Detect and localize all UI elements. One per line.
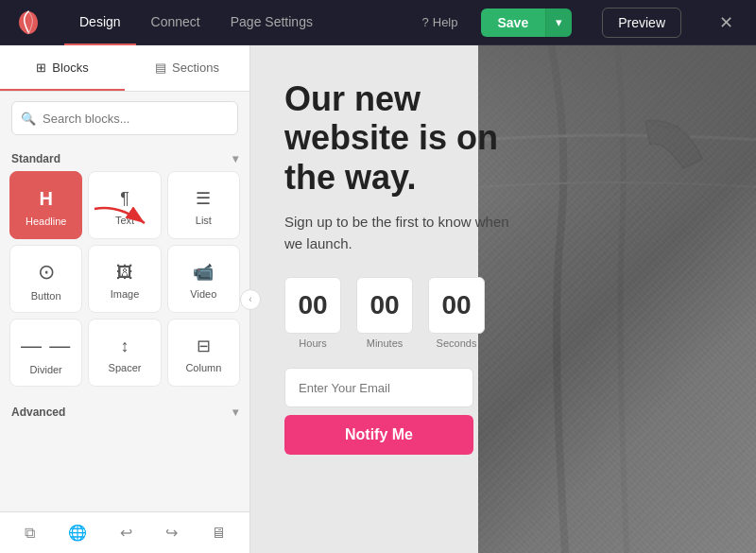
- sections-icon: ▤: [155, 60, 166, 75]
- standard-chevron-icon[interactable]: ▾: [232, 152, 238, 165]
- video-icon: 📹: [193, 262, 214, 283]
- main-layout: ⊞ Blocks ▤ Sections 🔍 Standard ▾ H: [0, 45, 756, 553]
- search-bar: 🔍: [0, 92, 249, 145]
- layers-icon[interactable]: ⧉: [19, 519, 41, 547]
- hours-label: Hours: [299, 337, 326, 349]
- column-icon: ⊟: [197, 336, 211, 356]
- close-button[interactable]: ✕: [712, 9, 741, 37]
- minutes-label: Minutes: [367, 337, 404, 349]
- block-text[interactable]: ¶ Text: [88, 171, 161, 239]
- content-overlay: Our new website is on the way. Sign up t…: [250, 45, 528, 455]
- text-icon: ¶: [120, 189, 129, 209]
- block-button[interactable]: ⊙ Button: [9, 245, 82, 313]
- email-section: Notify Me: [284, 368, 528, 455]
- standard-section-label: Standard ▾: [0, 145, 249, 171]
- block-divider[interactable]: — — Divider: [9, 319, 82, 387]
- left-panel: ⊞ Blocks ▤ Sections 🔍 Standard ▾ H: [0, 45, 250, 553]
- countdown-minutes: 00 Minutes: [356, 277, 413, 349]
- save-button[interactable]: Save: [481, 9, 546, 37]
- block-list[interactable]: ☰ List: [167, 171, 240, 239]
- blocks-icon: ⊞: [36, 60, 46, 75]
- panel-collapse-handle[interactable]: ‹: [240, 289, 261, 310]
- undo-icon[interactable]: ↩: [114, 518, 138, 547]
- top-nav: Design Connect Page Settings ? Help Save…: [0, 0, 756, 45]
- seconds-label: Seconds: [437, 337, 477, 349]
- block-video[interactable]: 📹 Video: [167, 245, 240, 313]
- spacer-icon: ↕: [120, 337, 129, 356]
- tab-sections[interactable]: ▤ Sections: [125, 45, 249, 91]
- email-input[interactable]: [284, 368, 473, 407]
- preview-button[interactable]: Preview: [602, 8, 681, 38]
- block-headline[interactable]: H Headline: [9, 171, 82, 239]
- countdown-section: 00 Hours 00 Minutes 00 Seconds: [284, 277, 528, 349]
- block-image[interactable]: 🖼 Image: [88, 245, 161, 313]
- nav-tab-page-settings[interactable]: Page Settings: [215, 0, 328, 45]
- headline-icon: H: [39, 188, 52, 210]
- search-icon: 🔍: [21, 112, 36, 126]
- bottom-toolbar: ⧉ 🌐 ↩ ↪ 🖥: [0, 511, 249, 553]
- panel-tabs: ⊞ Blocks ▤ Sections: [0, 45, 249, 92]
- save-dropdown-button[interactable]: ▾: [545, 9, 572, 37]
- page-headline: Our new website is on the way.: [284, 79, 528, 197]
- list-icon: ☰: [196, 188, 211, 209]
- logo-icon: [15, 9, 42, 36]
- advanced-chevron-icon[interactable]: ▾: [232, 406, 238, 419]
- search-input[interactable]: [11, 101, 238, 135]
- notify-button[interactable]: Notify Me: [284, 415, 473, 455]
- minutes-box: 00: [356, 277, 413, 334]
- save-button-group: Save ▾: [481, 9, 573, 37]
- button-icon: ⊙: [38, 260, 55, 285]
- desktop-icon[interactable]: 🖥: [205, 519, 232, 547]
- nav-tabs: Design Connect Page Settings: [64, 0, 328, 45]
- redo-icon[interactable]: ↪: [160, 518, 183, 547]
- image-icon: 🖼: [116, 263, 133, 283]
- advanced-section-label: Advanced ▾: [0, 400, 249, 424]
- page-preview: Our new website is on the way. Sign up t…: [250, 45, 756, 553]
- countdown-seconds: 00 Seconds: [428, 277, 485, 349]
- globe-icon[interactable]: 🌐: [62, 518, 93, 547]
- chevron-down-icon: ▾: [556, 15, 562, 29]
- page-preview-area: Our new website is on the way. Sign up t…: [250, 45, 756, 553]
- seconds-box: 00: [428, 277, 485, 334]
- blocks-grid: H Headline ¶ Text ☰ List ⊙ Button 🖼 Imag…: [0, 171, 249, 396]
- help-icon: ?: [422, 15, 429, 29]
- tab-blocks[interactable]: ⊞ Blocks: [0, 45, 125, 91]
- block-column[interactable]: ⊟ Column: [167, 319, 240, 387]
- countdown-hours: 00 Hours: [284, 277, 341, 349]
- block-spacer[interactable]: ↕ Spacer: [88, 319, 161, 387]
- help-button[interactable]: ? Help: [422, 15, 458, 29]
- divider-icon: — —: [21, 334, 71, 358]
- nav-tab-connect[interactable]: Connect: [136, 0, 215, 45]
- hours-box: 00: [284, 277, 341, 334]
- page-subtext: Sign up to be the first to know when we …: [284, 212, 528, 254]
- nav-tab-design[interactable]: Design: [64, 0, 136, 45]
